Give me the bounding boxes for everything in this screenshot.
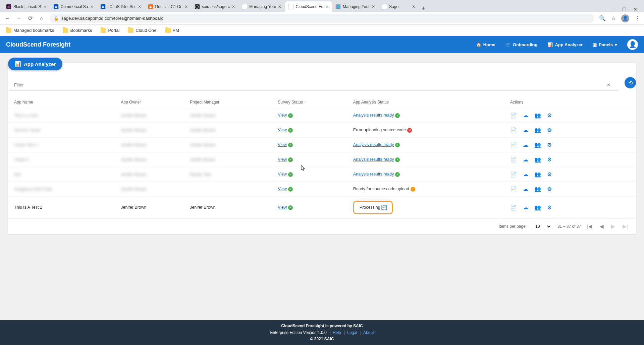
bookmark-item[interactable]: PM [165, 28, 179, 33]
footer-help-link[interactable]: Help [333, 330, 341, 335]
bookmark-item[interactable]: Bookmarks [63, 28, 92, 33]
kebab-menu-icon[interactable]: ⋮ [635, 15, 640, 21]
survey-view-link[interactable]: View [278, 157, 287, 162]
nav-home[interactable]: 🏠Home [476, 42, 495, 47]
tab-close-icon[interactable]: ✕ [412, 4, 415, 9]
home-icon[interactable]: ⌂ [38, 15, 45, 21]
survey-view-link[interactable]: View [278, 142, 287, 147]
upload-cloud-icon[interactable]: ☁︎ [523, 142, 528, 148]
browser-tab[interactable]: ⊞ Slack | Jacob S ✕ [3, 1, 50, 12]
tab-close-icon[interactable]: ✕ [43, 4, 47, 9]
cell-project-manager: Jenifer Brown [190, 143, 215, 147]
upload-cloud-icon[interactable]: ☁︎ [523, 127, 528, 133]
collaboration-icon[interactable]: 👥 [534, 127, 541, 133]
nav-app-analyzer[interactable]: 📊App Analyzer [547, 42, 583, 47]
browser-tab[interactable]: ◆ JCaaS Pilot Scr ✕ [97, 1, 145, 12]
items-per-page-select[interactable]: 10 [533, 223, 551, 230]
window-close-icon[interactable]: ✕ [633, 7, 637, 12]
settings-gear-icon[interactable]: ⚙ [547, 112, 552, 119]
cell-app-owner: Jenifer Brown [121, 143, 146, 147]
browser-tab[interactable]: Managing Your ✕ [238, 1, 285, 12]
sync-icon: 🔄 [382, 205, 386, 210]
download-report-icon[interactable]: 📄 [510, 186, 517, 192]
new-tab-button[interactable]: + [419, 5, 428, 12]
settings-gear-icon[interactable]: ⚙ [547, 127, 552, 133]
bookmark-star-icon[interactable]: ☆ [611, 15, 616, 21]
tab-close-icon[interactable]: ✕ [232, 4, 235, 9]
bookmark-item[interactable]: Portal [101, 28, 119, 33]
survey-view-link[interactable]: View [278, 172, 287, 177]
col-project-manager[interactable]: Project Manager [184, 96, 272, 108]
upload-cloud-icon[interactable]: ☁︎ [523, 171, 528, 178]
forward-icon[interactable]: → [15, 15, 22, 21]
download-report-icon[interactable]: 📄 [510, 171, 517, 178]
settings-gear-icon[interactable]: ⚙ [547, 171, 552, 178]
tab-close-icon[interactable]: ✕ [138, 4, 141, 9]
col-survey-status[interactable]: Survey Status↑ [272, 96, 347, 108]
user-avatar[interactable]: 👤 [627, 39, 638, 50]
tab-close-icon[interactable]: ✕ [184, 4, 188, 9]
footer-legal-link[interactable]: Legal [347, 330, 357, 335]
collaboration-icon[interactable]: 👥 [534, 186, 541, 192]
last-page-icon[interactable]: ▶| [623, 223, 628, 229]
tab-close-icon[interactable]: ✕ [90, 4, 94, 9]
browser-tab[interactable]: 🌐 Managing Your ✕ [332, 1, 378, 12]
tab-close-icon[interactable]: ✕ [325, 4, 329, 9]
analysis-ready-link[interactable]: Analysis results ready [353, 157, 394, 162]
app-analyzer-button[interactable]: 📊 App Analyzer [8, 58, 62, 70]
analysis-ready-link[interactable]: Analysis results ready [353, 142, 394, 147]
collaboration-icon[interactable]: 👥 [534, 171, 541, 178]
download-report-icon[interactable]: 📄 [510, 156, 517, 163]
collaboration-icon[interactable]: 👥 [534, 112, 541, 119]
browser-tab[interactable]: ◯ saic-oss/sage-c ✕ [191, 1, 238, 12]
bookmark-item[interactable]: Cloud One [128, 28, 156, 33]
nav-panels[interactable]: ▥Panels▾ [593, 42, 617, 47]
upload-cloud-icon[interactable]: ☁︎ [523, 186, 528, 192]
download-report-icon[interactable]: 📄 [510, 112, 517, 119]
settings-gear-icon[interactable]: ⚙ [547, 186, 552, 192]
window-maximize-icon[interactable]: ☐ [622, 7, 627, 12]
next-page-icon[interactable]: ▶ [611, 223, 615, 229]
collaboration-icon[interactable]: 👥 [534, 204, 541, 211]
bookmark-item[interactable]: Managed bookmarks [6, 28, 54, 33]
reload-icon[interactable]: ⟳ [27, 15, 34, 21]
upload-cloud-icon[interactable]: ☁︎ [523, 156, 528, 163]
survey-view-link[interactable]: View [278, 113, 287, 118]
col-app-name[interactable]: App Name [8, 96, 115, 108]
analysis-ready-link[interactable]: Analysis results ready [353, 113, 394, 118]
zoom-icon[interactable]: 🔍 [599, 15, 606, 21]
settings-gear-icon[interactable]: ⚙ [547, 204, 552, 211]
settings-gear-icon[interactable]: ⚙ [547, 156, 552, 163]
tab-close-icon[interactable]: ✕ [372, 4, 375, 9]
prev-page-icon[interactable]: ◀ [600, 223, 604, 229]
survey-view-link[interactable]: View [278, 128, 287, 132]
footer-about-link[interactable]: About [363, 330, 374, 335]
upload-cloud-icon[interactable]: ☁︎ [523, 112, 528, 119]
nav-onboarding[interactable]: 🛒Onboarding [505, 42, 538, 47]
col-app-owner[interactable]: App Owner [115, 96, 184, 108]
clear-filter-icon[interactable]: ✕ [603, 82, 614, 87]
window-minimize-icon[interactable]: — [611, 7, 615, 12]
back-icon[interactable]: ← [4, 15, 11, 21]
settings-gear-icon[interactable]: ⚙ [547, 142, 552, 148]
survey-view-link[interactable]: View [278, 205, 287, 210]
survey-view-link[interactable]: View [278, 187, 287, 191]
profile-avatar[interactable]: 👤 [621, 14, 629, 22]
collaboration-icon[interactable]: 👥 [534, 142, 541, 148]
collaboration-icon[interactable]: 👥 [534, 156, 541, 163]
analysis-ready-link[interactable]: Analysis results ready [353, 172, 394, 177]
download-report-icon[interactable]: 📄 [510, 142, 517, 148]
upload-cloud-icon[interactable]: ☁︎ [523, 204, 528, 211]
browser-tab[interactable]: ◆ Commercial Sa ✕ [50, 1, 97, 12]
col-analysis-status[interactable]: App Analysis Status [347, 96, 504, 108]
first-page-icon[interactable]: |◀ [587, 223, 592, 229]
download-report-icon[interactable]: 📄 [510, 127, 517, 133]
cell-app-owner: Jenifer Brown [121, 187, 146, 192]
refresh-button[interactable]: ⟲ [625, 77, 636, 88]
browser-tab[interactable]: ◆ Details · C1 On ✕ [145, 1, 191, 12]
browser-tab[interactable]: Sage ✕ [378, 1, 419, 12]
browser-tab[interactable]: CloudScend Fo ✕ [285, 1, 332, 12]
tab-close-icon[interactable]: ✕ [278, 4, 281, 9]
filter-input[interactable] [14, 81, 603, 89]
address-bar[interactable]: 🔒 sage.dev.saicappmod.com/foresight/main… [50, 14, 594, 23]
